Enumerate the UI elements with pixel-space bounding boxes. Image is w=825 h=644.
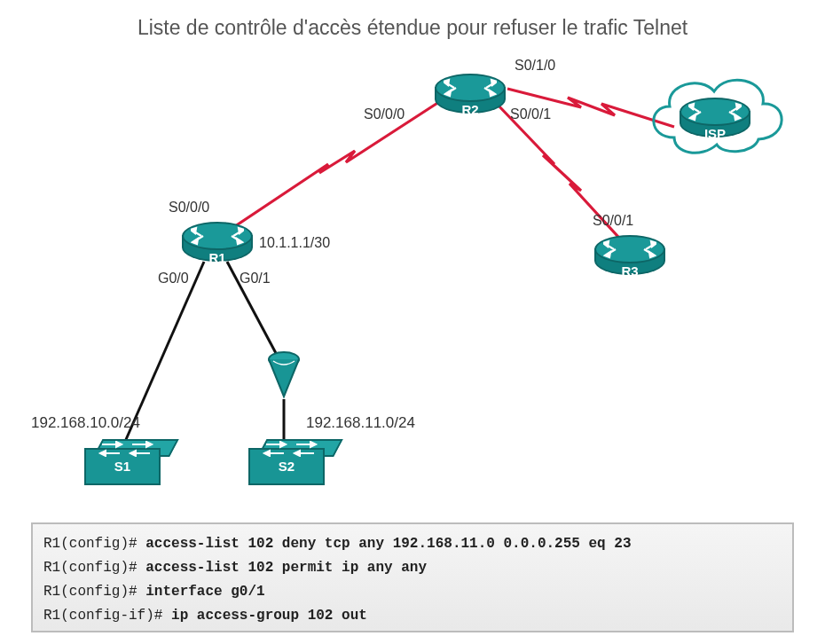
svg-marker-10 [735,114,740,120]
isp-cloud: ISP [639,67,790,164]
diagram-title: Liste de contrôle d'accès étendue pour r… [0,16,825,40]
svg-marker-12 [444,80,449,85]
cli-line4-cmd: ip access-group 102 out [171,608,367,624]
svg-marker-32 [651,241,656,247]
net-right: 192.168.11.0/24 [306,414,415,432]
svg-marker-47 [264,451,270,456]
cli-line3-cmd: interface g0/1 [145,584,264,600]
switch-s1-label: S1 [84,459,161,474]
cli-line1-cmd: access-list 102 deny tcp any 192.168.11.… [145,536,631,552]
iface-r1-s000: S0/0/0 [169,200,209,216]
svg-marker-34 [649,252,655,257]
svg-marker-37 [116,442,122,447]
router-r1-icon: R1 [182,222,253,263]
svg-marker-14 [445,90,451,96]
svg-marker-4 [688,104,694,109]
router-r3-label: R3 [594,263,665,279]
topology-canvas: ISP R2 [0,49,825,519]
svg-marker-49 [310,442,316,447]
svg-marker-45 [280,442,286,447]
cli-terminal: R1(config)# access-list 102 deny tcp any… [31,522,794,632]
svg-marker-26 [237,239,242,244]
router-r2-icon: R2 [435,74,506,114]
net-left: 192.168.10.0/24 [31,414,140,432]
iface-r1-g01: G0/1 [240,271,271,287]
router-r3-icon: R3 [594,235,665,276]
iface-r2-s000: S0/0/0 [364,106,405,122]
svg-marker-6 [690,114,695,120]
iface-r3-s001: S0/0/1 [593,213,633,229]
access-point-icon [266,350,302,404]
svg-marker-39 [100,451,106,456]
svg-marker-51 [295,451,300,456]
router-isp-label: ISP [680,126,750,141]
svg-marker-8 [736,104,742,109]
router-r2-label: R2 [435,102,506,117]
iface-r2-s010: S0/1/0 [515,58,555,74]
svg-marker-28 [603,241,609,247]
switch-s1-icon: S1 [84,439,161,485]
svg-marker-43 [130,451,136,456]
cli-line2-prompt: R1(config)# [43,560,145,576]
switch-s2-icon: S2 [248,439,325,485]
svg-marker-22 [192,239,198,244]
cli-line4-prompt: R1(config-if)# [43,608,171,624]
svg-marker-41 [146,442,152,447]
router-isp-icon: ISP [680,98,750,138]
iface-r2-s001: S0/0/1 [510,106,551,122]
router-r1-label: R1 [182,250,253,265]
cli-line2-cmd: access-list 102 permit ip any any [145,560,427,576]
cli-line3-prompt: R1(config)# [43,584,145,600]
cli-line1-prompt: R1(config)# [43,536,145,552]
switch-s2-label: S2 [248,459,325,474]
iface-r1-g00: G0/0 [158,271,189,287]
svg-marker-16 [491,80,497,85]
svg-marker-30 [605,252,610,257]
svg-marker-20 [191,228,196,233]
iface-r1-addr: 10.1.1.1/30 [259,235,330,251]
svg-marker-24 [239,228,244,233]
svg-marker-18 [490,90,495,96]
